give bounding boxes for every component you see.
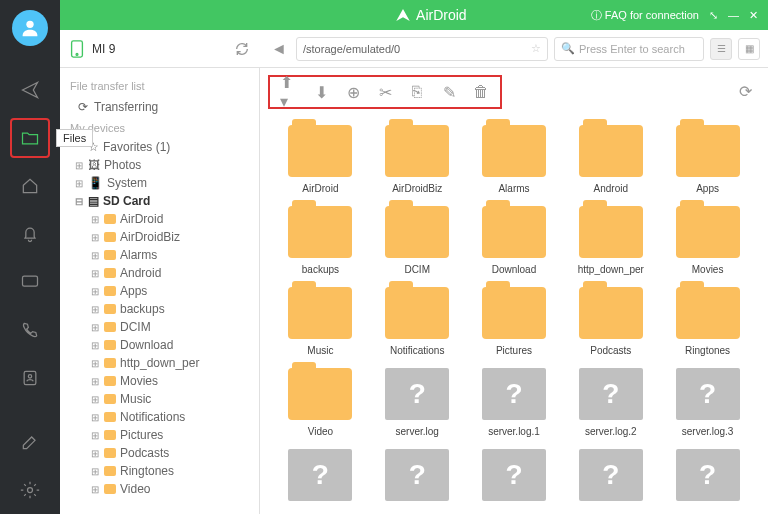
file-item[interactable]: ?server.log.1 [470,368,559,437]
folder-item[interactable]: backups [276,206,365,275]
collapse-icon[interactable]: ⊟ [74,196,84,207]
folder-item[interactable]: Download [470,206,559,275]
tree-folder[interactable]: ⊞Video [68,480,259,498]
close-button[interactable]: ✕ [749,9,758,22]
file-label: Podcasts [590,345,631,356]
folder-item[interactable]: Android [566,125,655,194]
copy-button[interactable]: ⎘ [408,83,426,101]
svg-point-3 [28,375,31,378]
tree-folder[interactable]: ⊞Movies [68,372,259,390]
folder-item[interactable]: Pictures [470,287,559,356]
cut-button[interactable]: ✂ [376,83,394,101]
tree-system[interactable]: ⊞📱System [68,174,259,192]
tree-photos[interactable]: ⊞🖼Photos [68,156,259,174]
tree-folder[interactable]: ⊞backups [68,300,259,318]
expand-icon[interactable]: ⊞ [90,376,100,387]
file-item[interactable]: ?server.log.2 [566,368,655,437]
expand-icon[interactable]: ⊞ [90,358,100,369]
delete-button[interactable]: 🗑 [472,83,490,101]
rail-files[interactable]: Files [10,118,50,158]
tree-folder[interactable]: ⊞DCIM [68,318,259,336]
file-item[interactable]: ? [373,449,462,507]
expand-icon[interactable]: ⊞ [90,232,100,243]
expand-icon[interactable]: ⊞ [90,250,100,261]
path-input[interactable]: /storage/emulated/0 ☆ [296,37,548,61]
rail-send[interactable] [10,70,50,110]
rail-notifications[interactable] [10,214,50,254]
expand-icon[interactable]: ⊞ [90,484,100,495]
rail-home[interactable] [10,166,50,206]
collapse-button[interactable]: ⤡ [709,9,718,22]
expand-icon[interactable]: ⊞ [90,286,100,297]
rail-edit[interactable] [10,422,50,462]
minimize-button[interactable]: — [728,9,739,21]
folder-icon [385,287,449,339]
file-item[interactable]: ? [276,449,365,507]
tree-folder[interactable]: ⊞Download [68,336,259,354]
rail-calls[interactable] [10,310,50,350]
sb-transferring[interactable]: ⟳ Transferring [60,96,259,118]
expand-icon[interactable]: ⊞ [74,178,84,189]
folder-item[interactable]: Podcasts [566,287,655,356]
view-grid-button[interactable]: ▦ [738,38,760,60]
favorite-star-icon[interactable]: ☆ [531,42,541,55]
tree-folder[interactable]: ⊞Music [68,390,259,408]
file-item[interactable]: ? [470,449,559,507]
tree-folder[interactable]: ⊞Pictures [68,426,259,444]
tree-folder[interactable]: ⊞Android [68,264,259,282]
upload-button[interactable]: ⬆ ▾ [280,83,298,101]
expand-icon[interactable]: ⊞ [90,268,100,279]
tree-folder[interactable]: ⊞Apps [68,282,259,300]
folder-item[interactable]: DCIM [373,206,462,275]
avatar[interactable] [12,10,48,46]
file-label: server.log.2 [585,426,637,437]
search-input[interactable]: 🔍 Press Enter to search [554,37,704,61]
file-item[interactable]: ?server.log [373,368,462,437]
expand-icon[interactable]: ⊞ [90,214,100,225]
expand-icon[interactable]: ⊞ [90,394,100,405]
folder-item[interactable]: Alarms [470,125,559,194]
tree-folder[interactable]: ⊞AirDroidBiz [68,228,259,246]
rail-contacts[interactable] [10,358,50,398]
expand-icon[interactable]: ⊞ [90,322,100,333]
folder-item[interactable]: Notifications [373,287,462,356]
download-button[interactable]: ⬇ [312,83,330,101]
folder-item[interactable]: Music [276,287,365,356]
folder-item[interactable]: Video [276,368,365,437]
expand-icon[interactable]: ⊞ [90,412,100,423]
expand-icon[interactable]: ⊞ [90,466,100,477]
refresh-button[interactable]: ⟳ [736,83,754,101]
titlebar-right: ⓘ FAQ for connection ⤡ — ✕ [591,8,758,23]
folder-item[interactable]: AirDroid [276,125,365,194]
new-folder-button[interactable]: ⊕ [344,83,362,101]
nav-back-button[interactable]: ◄ [268,38,290,60]
tree-favorites[interactable]: ☆Favorites (1) [68,138,259,156]
tree-folder[interactable]: ⊞Ringtones [68,462,259,480]
file-item[interactable]: ? [663,449,752,507]
folder-item[interactable]: Apps [663,125,752,194]
faq-link[interactable]: ⓘ FAQ for connection [591,8,699,23]
folder-item[interactable]: AirDroidBiz [373,125,462,194]
folder-item[interactable]: Movies [663,206,752,275]
file-item[interactable]: ? [566,449,655,507]
tree-folder[interactable]: ⊞http_down_per [68,354,259,372]
folder-item[interactable]: http_down_per [566,206,655,275]
expand-icon[interactable]: ⊞ [90,340,100,351]
tree-folder[interactable]: ⊞AirDroid [68,210,259,228]
expand-icon[interactable]: ⊞ [74,160,84,171]
expand-icon[interactable]: ⊞ [90,430,100,441]
tree-folder[interactable]: ⊞Alarms [68,246,259,264]
rail-messages[interactable] [10,262,50,302]
tree-folder[interactable]: ⊞Podcasts [68,444,259,462]
view-list-button[interactable]: ☰ [710,38,732,60]
expand-icon[interactable]: ⊞ [90,448,100,459]
rename-button[interactable]: ✎ [440,83,458,101]
tree-sdcard[interactable]: ⊟▤SD Card [68,192,259,210]
file-item[interactable]: ?server.log.3 [663,368,752,437]
folder-item[interactable]: Ringtones [663,287,752,356]
home-icon [20,176,40,196]
expand-icon[interactable]: ⊞ [90,304,100,315]
device-refresh-icon[interactable] [234,41,250,57]
tree-folder[interactable]: ⊞Notifications [68,408,259,426]
rail-settings[interactable] [10,470,50,510]
